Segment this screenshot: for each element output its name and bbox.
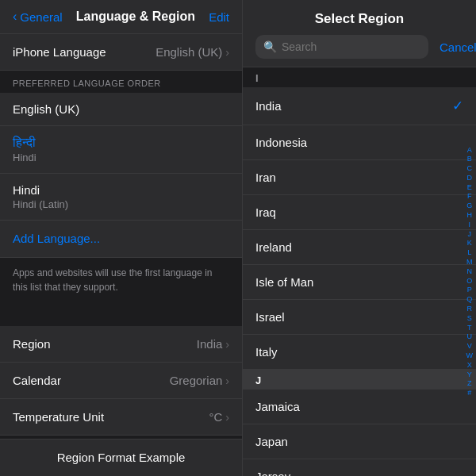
selected-checkmark-icon: ✓: [452, 98, 463, 114]
navigation-bar: ‹ General Language & Region Edit: [0, 0, 242, 34]
temperature-label: Temperature Unit: [13, 410, 104, 424]
region-item-israel[interactable]: Israel: [243, 300, 476, 335]
alphabetical-index[interactable]: A B C D E F G H I J K L M N O P Q R S T …: [465, 146, 475, 398]
search-input[interactable]: [282, 40, 420, 53]
right-header: Select Region 🔍 Cancel: [243, 0, 476, 67]
back-label: General: [20, 10, 62, 24]
list-item[interactable]: हिन्दी Hindi: [0, 126, 242, 174]
language-primary: English (UK): [13, 102, 229, 116]
section-header-i: I: [243, 67, 476, 87]
language-secondary-hindi: Hindi: [13, 152, 229, 163]
calendar-value: Gregorian ›: [170, 374, 229, 387]
region-list: I India ✓ Indonesia Iran Iraq Ireland Is…: [243, 67, 476, 476]
right-panel: Select Region 🔍 Cancel I India ✓ Indones…: [242, 0, 476, 476]
divider: [0, 302, 242, 326]
iphone-language-label: iPhone Language: [13, 45, 106, 59]
left-panel: ‹ General Language & Region Edit iPhone …: [0, 0, 242, 476]
edit-button[interactable]: Edit: [209, 10, 229, 24]
back-button[interactable]: ‹ General: [13, 10, 63, 24]
region-item-iran[interactable]: Iran: [243, 160, 476, 195]
chevron-right-icon: ›: [225, 374, 229, 387]
iphone-language-row[interactable]: iPhone Language English (UK) ›: [0, 34, 242, 71]
calendar-label: Calendar: [13, 374, 61, 387]
region-label: Region: [13, 337, 51, 351]
region-row[interactable]: Region India ›: [0, 326, 242, 363]
region-item-ireland[interactable]: Ireland: [243, 230, 476, 265]
language-secondary-latin: Hindi (Latin): [13, 198, 229, 210]
region-item-isle-of-man[interactable]: Isle of Man: [243, 265, 476, 300]
region-format-label: Region Format Example: [57, 451, 186, 464]
list-item[interactable]: English (UK): [0, 93, 242, 126]
temperature-row[interactable]: Temperature Unit °C ›: [0, 399, 242, 436]
region-item-jamaica[interactable]: Jamaica: [243, 390, 476, 424]
chevron-right-icon: ›: [225, 338, 229, 351]
region-item-jersey[interactable]: Jersey: [243, 459, 476, 476]
region-item-india[interactable]: India ✓: [243, 87, 476, 125]
list-item[interactable]: Hindi Hindi (Latin): [0, 174, 242, 221]
search-icon: 🔍: [263, 40, 277, 53]
language-primary-latin: Hindi: [13, 183, 229, 197]
iphone-language-value: English (UK) ›: [155, 45, 229, 59]
right-panel-title: Select Region: [255, 11, 463, 27]
cancel-button[interactable]: Cancel: [440, 40, 476, 54]
back-chevron-icon: ‹: [13, 10, 17, 24]
language-info-text: Apps and websites will use the first lan…: [0, 258, 242, 302]
region-item-italy[interactable]: Italy: [243, 335, 476, 370]
chevron-right-icon: ›: [225, 46, 229, 59]
add-language-button[interactable]: Add Language...: [0, 221, 242, 258]
region-value: India ›: [197, 337, 229, 351]
region-item-iraq[interactable]: Iraq: [243, 195, 476, 230]
region-item-japan[interactable]: Japan: [243, 424, 476, 459]
preferred-order-header: PREFERRED LANGUAGE ORDER: [0, 71, 242, 93]
section-header-j: J: [243, 370, 476, 390]
region-format-bar[interactable]: Region Format Example: [0, 439, 242, 476]
temperature-value: °C ›: [209, 410, 229, 424]
language-primary-hindi: हिन्दी: [13, 136, 229, 150]
settings-list: iPhone Language English (UK) › PREFERRED…: [0, 34, 242, 476]
calendar-row[interactable]: Calendar Gregorian ›: [0, 363, 242, 399]
chevron-right-icon: ›: [225, 411, 229, 424]
search-bar[interactable]: 🔍: [255, 35, 428, 59]
page-title: Language & Region: [76, 10, 195, 24]
region-item-indonesia[interactable]: Indonesia: [243, 125, 476, 160]
